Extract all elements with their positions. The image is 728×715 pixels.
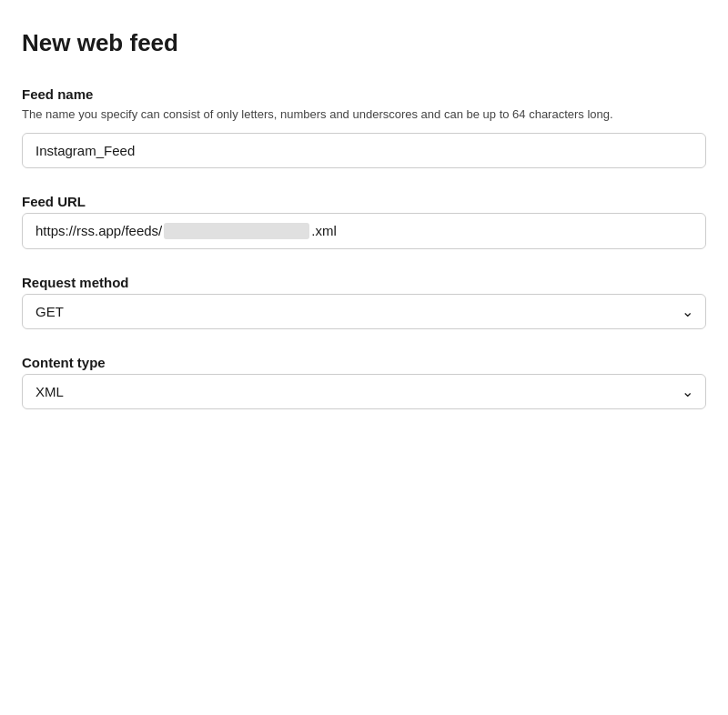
feed-url-section: Feed URL https://rss.app/feeds/ .xml — [22, 194, 706, 249]
request-method-label: Request method — [22, 275, 706, 290]
feed-name-section: Feed name The name you specify can consi… — [22, 86, 706, 168]
feed-url-label: Feed URL — [22, 194, 706, 209]
feed-name-description: The name you specify can consist of only… — [22, 106, 706, 124]
content-type-select[interactable]: XML JSON HTML TEXT — [22, 374, 706, 409]
url-suffix: .xml — [311, 223, 337, 238]
request-method-section: Request method GET POST PUT DELETE ⌄ — [22, 275, 706, 329]
content-type-wrapper: XML JSON HTML TEXT ⌄ — [22, 374, 706, 409]
feed-url-display[interactable]: https://rss.app/feeds/ .xml — [22, 213, 706, 249]
feed-name-label: Feed name — [22, 86, 706, 102]
url-prefix: https://rss.app/feeds/ — [35, 223, 162, 238]
feed-name-input[interactable] — [22, 133, 706, 168]
url-redacted-part — [164, 223, 309, 239]
content-type-label: Content type — [22, 355, 706, 370]
request-method-wrapper: GET POST PUT DELETE ⌄ — [22, 294, 706, 329]
page-title: New web feed — [22, 29, 706, 57]
content-type-section: Content type XML JSON HTML TEXT ⌄ — [22, 355, 706, 409]
request-method-select[interactable]: GET POST PUT DELETE — [22, 294, 706, 329]
